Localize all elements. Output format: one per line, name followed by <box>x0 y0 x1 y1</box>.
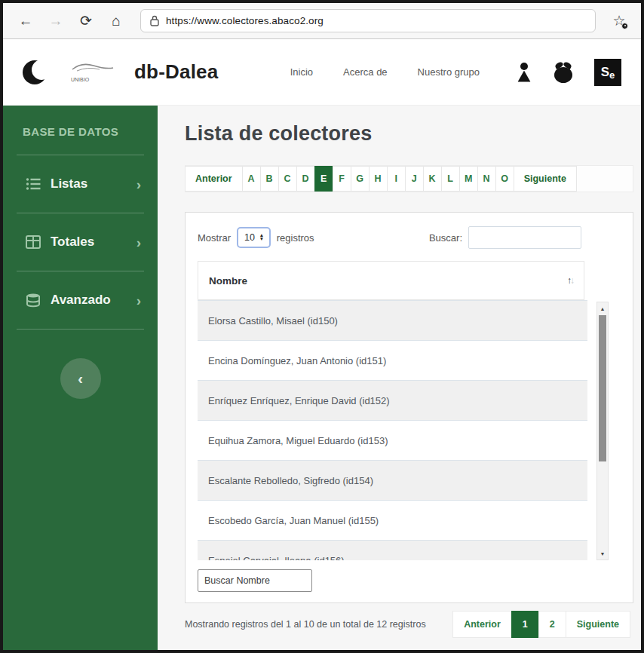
unibio-caption: UNIBIO <box>69 76 116 82</box>
brand-title: db-Dalea <box>134 60 218 84</box>
fruit-body-icon <box>554 67 572 83</box>
sidebar-item-label: Avanzado <box>51 293 111 308</box>
sidebar-item-listas[interactable]: Listas › <box>3 161 158 207</box>
alpha-letter[interactable]: D <box>296 166 315 192</box>
alpha-letter[interactable]: E <box>314 166 333 192</box>
sidebar: BASE DE DATOS Listas › Totales <box>3 106 158 650</box>
registros-label: registros <box>277 232 314 244</box>
unibio-logo[interactable]: UNIBIO <box>69 63 116 82</box>
se-logo-s: S <box>601 65 609 80</box>
select-arrows-icon: ▴▾ <box>260 234 263 241</box>
column-header-nombre: Nombre <box>209 275 247 287</box>
table-row[interactable]: Elorsa Castillo, Misael (id150) <box>198 300 587 340</box>
browser-window: ← → ⟳ ⌂ https://www.colectores.abaco2.or… <box>0 0 644 653</box>
divider <box>17 213 144 213</box>
chevron-left-icon: ‹ <box>78 370 83 388</box>
alpha-letter[interactable]: O <box>495 166 514 192</box>
sidebar-item-label: Listas <box>51 176 87 192</box>
page-size-value: 10 <box>244 232 255 243</box>
nav-link[interactable]: Nuestro grupo <box>418 66 480 78</box>
refresh-icon[interactable]: ⟳ <box>74 9 98 33</box>
table-body: Elorsa Castillo, Misael (id150)Encina Do… <box>198 300 621 560</box>
nav-link[interactable]: Inicio <box>290 66 313 78</box>
alpha-letter[interactable]: L <box>441 166 460 192</box>
address-bar[interactable]: https://www.colectores.abaco2.org <box>140 9 596 32</box>
fruit-icon[interactable] <box>554 62 573 83</box>
forward-icon[interactable]: → <box>44 9 68 33</box>
table-scrollbar[interactable]: ▲ ▼ <box>596 302 609 560</box>
alpha-letter[interactable]: J <box>405 166 424 192</box>
divider <box>17 271 144 271</box>
page-number[interactable]: 1 <box>511 611 539 638</box>
divider <box>17 329 144 330</box>
alpha-letter[interactable]: I <box>387 166 406 192</box>
alpha-letter[interactable]: A <box>242 166 261 192</box>
search-input[interactable] <box>468 226 581 249</box>
database-icon <box>26 293 41 308</box>
main-nav: InicioAcerca deNuestro grupo <box>290 66 480 78</box>
page-size-select[interactable]: 10 ▴▾ <box>237 227 271 248</box>
alpha-next-button[interactable]: Siguiente <box>514 166 577 192</box>
sidebar-item-totales[interactable]: Totales › <box>3 219 158 265</box>
list-icon <box>26 176 41 192</box>
table-row[interactable]: Enríquez Enríquez, Enrique David (id152) <box>198 380 587 420</box>
crescent-moon-logo[interactable] <box>23 59 48 86</box>
alpha-letter[interactable]: K <box>423 166 442 192</box>
lock-icon <box>150 15 159 26</box>
page-title: Lista de colectores <box>185 122 633 146</box>
page-pagination: Anterior 12 Siguiente <box>453 611 630 638</box>
alpha-letter[interactable]: F <box>333 166 351 192</box>
alpha-letter[interactable]: G <box>351 166 370 192</box>
page-next-button[interactable]: Siguiente <box>566 611 630 638</box>
search-label: Buscar: <box>429 232 462 244</box>
sidebar-title: BASE DE DATOS <box>3 106 158 149</box>
page-prev-button[interactable]: Anterior <box>452 611 512 638</box>
alpha-letter[interactable]: C <box>278 166 297 192</box>
chevron-right-icon: › <box>136 177 141 192</box>
table-header: Nombre ↑↓ <box>198 261 584 300</box>
se-logo-e: e <box>609 69 615 81</box>
app-header: UNIBIO db-Dalea InicioAcerca deNuestro g… <box>3 39 641 106</box>
name-filter-input[interactable] <box>198 569 312 592</box>
chevron-right-icon: › <box>136 235 141 250</box>
alpha-letter[interactable]: N <box>477 166 496 192</box>
favorites-badge-icon <box>621 23 628 29</box>
favorites-icon[interactable]: ☆ <box>608 10 630 32</box>
sort-icon[interactable]: ↑↓ <box>567 275 573 286</box>
table-row[interactable]: Espejel Carvajal, Ileana (id156) <box>198 540 587 560</box>
url-text: https://www.colectores.abaco2.org <box>166 15 324 26</box>
se-logo[interactable]: Se <box>594 59 621 86</box>
user-icon[interactable] <box>516 63 532 82</box>
sidebar-item-avanzado[interactable]: Avanzado › <box>3 277 158 323</box>
table-footer: Mostrando registros del 1 al 10 de un to… <box>185 611 633 638</box>
alpha-prev-button[interactable]: Anterior <box>185 166 243 192</box>
scrollbar-thumb[interactable] <box>599 315 606 461</box>
table-row[interactable]: Equihua Zamora, Miguel Eduardo (id153) <box>198 420 587 460</box>
table-panel: Mostrar 10 ▴▾ registros Buscar: Nombre ↑… <box>185 212 633 603</box>
header-icons: Se <box>516 59 621 86</box>
table-row[interactable]: Escalante Rebolledo, Sigfredo (id154) <box>198 460 587 500</box>
home-icon[interactable]: ⌂ <box>104 9 128 33</box>
scroll-up-icon[interactable]: ▲ <box>597 303 608 314</box>
chevron-right-icon: › <box>136 293 141 308</box>
main-content: Lista de colectores Anterior ABCDEFGHIJK… <box>158 106 641 650</box>
divider <box>17 155 144 155</box>
sidebar-collapse-button[interactable]: ‹ <box>60 358 101 399</box>
records-info: Mostrando registros del 1 al 10 de un to… <box>185 619 426 630</box>
user-icon-body <box>517 71 532 82</box>
page-number[interactable]: 2 <box>538 611 566 638</box>
show-label: Mostrar <box>198 232 231 244</box>
alpha-letter[interactable]: H <box>369 166 388 192</box>
scroll-down-icon[interactable]: ▼ <box>597 548 608 559</box>
user-icon-head <box>520 63 528 70</box>
table-controls: Mostrar 10 ▴▾ registros Buscar: <box>198 226 621 249</box>
sidebar-item-label: Totales <box>51 235 94 250</box>
table-icon <box>26 235 41 250</box>
alpha-letter[interactable]: M <box>459 166 478 192</box>
alpha-letter[interactable]: B <box>260 166 279 192</box>
table-row[interactable]: Encina Domínguez, Juan Antonio (id151) <box>198 340 587 380</box>
unibio-caption-text: UNIBIO <box>71 77 90 82</box>
table-row[interactable]: Escobedo García, Juan Manuel (id155) <box>198 500 587 540</box>
nav-link[interactable]: Acerca de <box>343 66 388 78</box>
back-icon[interactable]: ← <box>14 9 38 33</box>
